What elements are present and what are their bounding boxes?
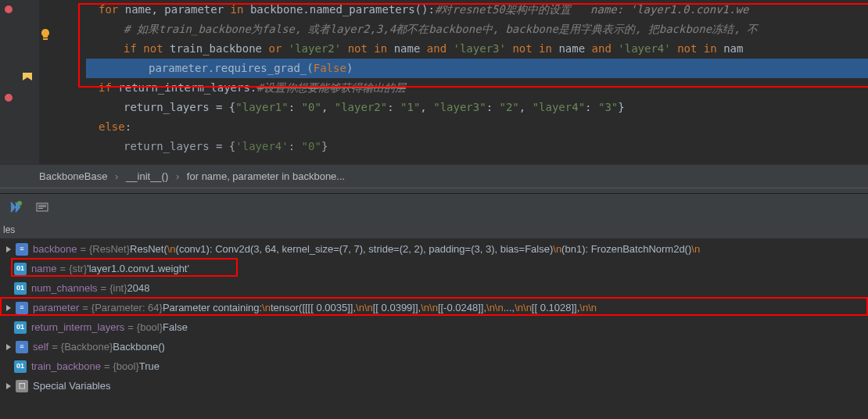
keyword: else <box>99 120 125 133</box>
variable-value: 2048 <box>127 278 150 298</box>
pane-splitter[interactable] <box>0 188 868 194</box>
string: 'layer2' <box>289 42 341 55</box>
expand-icon[interactable] <box>3 244 14 255</box>
keyword: if <box>99 81 112 94</box>
breadcrumb-item[interactable]: BackboneBase <box>39 170 107 182</box>
escape-char: \n\n <box>356 298 373 317</box>
variable-value: ResNet( <box>130 239 167 259</box>
variable-type: {int} <box>109 278 127 298</box>
variable-name: self <box>33 337 48 356</box>
variable-row[interactable]: 01 train_backbone = {bool} True <box>0 356 868 376</box>
variable-value: [[ 0.1028]], <box>532 298 579 317</box>
keyword: not in <box>677 42 717 55</box>
equals: = <box>52 337 58 356</box>
variable-row[interactable]: 01 name = {str} 'layer1.0.conv1.weight' <box>0 259 868 278</box>
string: "layer1" <box>235 101 288 113</box>
equals: = <box>60 259 66 278</box>
string: "1" <box>400 101 420 113</box>
variable-value: 'layer1.0.conv1.weight' <box>87 259 189 278</box>
escape-char: \n\n <box>486 298 504 317</box>
inline-hint: name: 'layer1.0.conv1.we <box>590 3 748 16</box>
variable-name: train_backbone <box>31 356 101 376</box>
chevron-right-icon: › <box>115 170 118 182</box>
type-badge-icon: ≡ <box>16 302 28 314</box>
string: 'layer4' <box>235 140 288 152</box>
variable-row[interactable]: ⬚ Special Variables <box>0 376 868 396</box>
string: "2" <box>500 101 519 113</box>
variable-name: parameter <box>33 298 79 317</box>
variable-row[interactable]: 01 num_channels = {int} 2048 <box>0 278 868 298</box>
code-line[interactable]: return_layers = {'layer4': "0"} <box>86 137 868 156</box>
variable-type: {str} <box>69 259 87 278</box>
code-line[interactable]: for name, parameter in backbone.named_pa… <box>86 0 868 20</box>
variable-value: [[-0.0248]], <box>438 298 486 317</box>
code-text: return_interm_layers: <box>112 81 256 94</box>
variable-name: backbone <box>33 239 77 259</box>
breadcrumb-item[interactable]: __init__() <box>126 170 168 182</box>
equals: = <box>101 278 107 298</box>
variable-value: (conv1): Conv2d(3, 64, kernel_size=(7, 7… <box>176 239 554 259</box>
debug-toolbar <box>0 194 868 220</box>
escape-char: \n <box>262 298 271 317</box>
expand-icon[interactable] <box>3 381 14 392</box>
svg-rect-3 <box>38 205 46 206</box>
variable-value: False <box>163 317 188 337</box>
escape-char: \n\n <box>421 298 438 317</box>
equals: = <box>82 298 88 317</box>
code-text: return_layers = { <box>124 101 235 113</box>
keyword: for <box>99 3 118 16</box>
variable-value: Backbone() <box>113 337 164 356</box>
variable-type: {Backbone} <box>61 337 113 356</box>
variable-value: Parameter containing: <box>163 298 262 317</box>
variable-value: [[ 0.0399]], <box>373 298 421 317</box>
code-line-current[interactable]: parameter.requires_grad_(False) <box>86 59 868 78</box>
variable-row[interactable]: ≡ backbone = {ResNet} ResNet(\n (conv1):… <box>0 239 868 259</box>
code-editor[interactable]: for name, parameter in backbone.named_pa… <box>0 0 868 164</box>
svg-rect-4 <box>38 206 46 207</box>
add-watch-icon[interactable] <box>9 201 22 213</box>
bookmark-icon <box>22 72 33 81</box>
variable-value: (bn1): FrozenBatchNorm2d() <box>561 239 691 259</box>
keyword: and <box>592 42 612 55</box>
escape-char: \n <box>553 239 561 259</box>
type-badge-icon: ≡ <box>16 243 28 256</box>
code-line[interactable]: # 如果train_backbone为false, 或者layer2,3,4都不… <box>86 20 868 39</box>
keyword: not <box>143 42 163 55</box>
type-badge-icon: ≡ <box>16 341 28 353</box>
string: "3" <box>598 101 618 113</box>
escape-char: \n <box>167 239 176 259</box>
svg-rect-5 <box>38 208 43 209</box>
code-line[interactable]: if not train_backbone or 'layer2' not in… <box>86 39 868 59</box>
code-line[interactable]: else: <box>86 117 868 137</box>
comment: #对resnet50架构中的设置 <box>435 3 571 16</box>
keyword: in <box>231 3 244 16</box>
code-line[interactable]: if return_interm_layers:#设置你想要能够获得输出的层 <box>86 78 868 98</box>
code-line[interactable]: return_layers = {"layer1": "0", "layer2"… <box>86 98 868 117</box>
variable-row[interactable]: 01 return_interm_layers = {bool} False <box>0 317 868 337</box>
expand-icon[interactable] <box>3 303 14 313</box>
code-text: parameter.requires_grad_( <box>149 62 314 74</box>
variables-panel[interactable]: ≡ backbone = {ResNet} ResNet(\n (conv1):… <box>0 239 868 396</box>
type-badge-icon: 01 <box>14 263 27 275</box>
keyword: False <box>314 62 346 74</box>
code-text: name, parameter <box>118 3 230 16</box>
string: "layer2" <box>335 101 387 113</box>
breadcrumb-item[interactable]: for name, parameter in backbone... <box>187 170 345 182</box>
evaluate-icon[interactable] <box>36 201 48 213</box>
variable-name: name <box>31 259 57 278</box>
code-area[interactable]: for name, parameter in backbone.named_pa… <box>39 0 868 164</box>
keyword: not in <box>348 42 388 55</box>
keyword: and <box>427 42 447 55</box>
variable-row[interactable]: ≡ self = {Backbone} Backbone() <box>0 337 868 356</box>
breadcrumb[interactable]: BackboneBase › __init__() › for name, pa… <box>0 164 868 188</box>
breakpoint-dot[interactable] <box>5 5 13 13</box>
breakpoint-dot[interactable] <box>5 94 13 102</box>
string: "0" <box>302 101 321 113</box>
expand-icon[interactable] <box>3 342 14 353</box>
variable-value: ..., <box>504 298 515 317</box>
variable-name: Special Variables <box>33 376 110 396</box>
variable-row[interactable]: ≡ parameter = {Parameter: 64} Parameter … <box>0 298 868 317</box>
variable-type: {bool} <box>113 356 139 376</box>
keyword: not in <box>512 42 552 55</box>
editor-gutter[interactable] <box>0 0 39 164</box>
